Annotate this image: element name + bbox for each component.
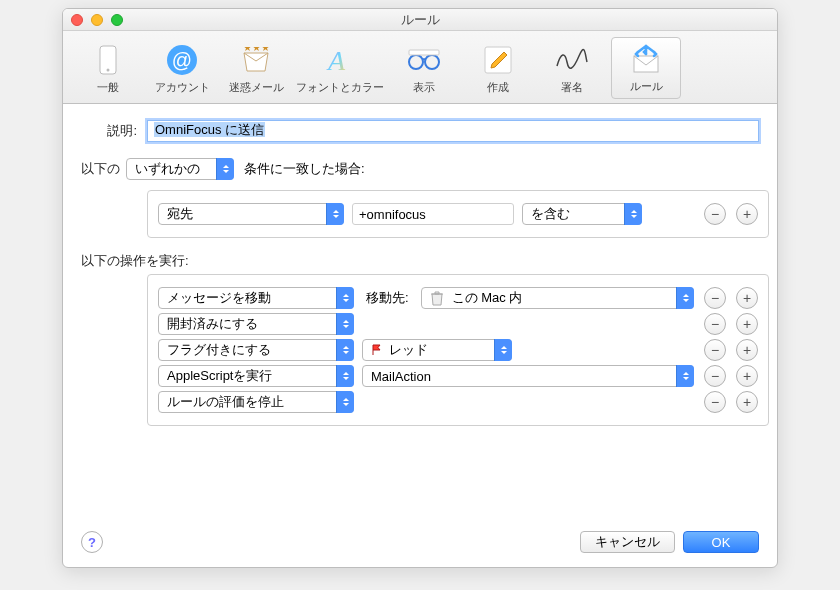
chevron-updown-icon xyxy=(326,203,344,225)
add-action-button[interactable]: + xyxy=(736,313,758,335)
chevron-updown-icon xyxy=(336,391,354,413)
action-type-value: メッセージを移動 xyxy=(167,289,271,307)
toolbar-item-accounts[interactable]: @ アカウント xyxy=(147,39,217,99)
toolbar-label: 表示 xyxy=(389,80,459,95)
toolbar-item-composing[interactable]: 作成 xyxy=(463,39,533,99)
cancel-button[interactable]: キャンセル xyxy=(580,531,675,553)
svg-point-7 xyxy=(425,55,439,69)
description-row: 説明: OmniFocus に送信 xyxy=(81,120,759,142)
conditions-suffix: 条件に一致した場合: xyxy=(244,160,365,178)
toolbar-label: 一般 xyxy=(73,80,143,95)
toolbar-label: ルール xyxy=(612,79,680,94)
minimize-icon[interactable] xyxy=(91,14,103,26)
action-script-popup[interactable]: MailAction xyxy=(362,365,694,387)
svg-text:★★★: ★★★ xyxy=(243,47,270,53)
rules-icon xyxy=(629,42,663,76)
svg-text:@: @ xyxy=(172,49,192,71)
close-icon[interactable] xyxy=(71,14,83,26)
at-icon: @ xyxy=(165,43,199,77)
condition-op-popup[interactable]: を含む xyxy=(522,203,642,225)
rules-window: ルール 一般 @ アカウント ★★★ 迷惑メール A フォントとカラー xyxy=(62,8,778,568)
svg-rect-8 xyxy=(409,50,439,55)
toolbar-label: アカウント xyxy=(147,80,217,95)
toolbar-label: フォントとカラー xyxy=(295,80,385,95)
toolbar-label: 迷惑メール xyxy=(221,80,291,95)
remove-action-button[interactable]: − xyxy=(704,339,726,361)
condition-op-value: を含む xyxy=(531,205,570,223)
help-button[interactable]: ? xyxy=(81,531,103,553)
actions-label: 以下の操作を実行: xyxy=(81,252,759,270)
action-dest-popup[interactable]: この Mac 内 xyxy=(421,287,694,309)
toolbar: 一般 @ アカウント ★★★ 迷惑メール A フォントとカラー 表示 xyxy=(63,31,777,104)
action-type-value: AppleScriptを実行 xyxy=(167,367,272,385)
action-row: フラグ付きにする レッド − + xyxy=(158,339,758,361)
chevron-updown-icon xyxy=(336,365,354,387)
svg-text:A: A xyxy=(326,45,346,76)
description-input[interactable]: OmniFocus に送信 xyxy=(147,120,759,142)
footer: ? キャンセル OK xyxy=(63,531,777,567)
ok-button[interactable]: OK xyxy=(683,531,759,553)
any-all-popup[interactable]: いずれかの xyxy=(126,158,234,180)
svg-point-6 xyxy=(409,55,423,69)
flag-icon xyxy=(371,344,383,356)
actions-box: メッセージを移動 移動先: この Mac 内 − + 開封済みにする xyxy=(147,274,769,426)
remove-action-button[interactable]: − xyxy=(704,391,726,413)
condition-header-popup[interactable]: 宛先 xyxy=(158,203,344,225)
trash-icon xyxy=(430,290,444,306)
add-action-button[interactable]: + xyxy=(736,287,758,309)
remove-action-button[interactable]: − xyxy=(704,313,726,335)
action-type-popup[interactable]: メッセージを移動 xyxy=(158,287,354,309)
action-dest-label: 移動先: xyxy=(366,289,409,307)
remove-condition-button[interactable]: − xyxy=(704,203,726,225)
action-row: ルールの評価を停止 − + xyxy=(158,391,758,413)
description-label: 説明: xyxy=(81,122,137,140)
condition-value-input[interactable] xyxy=(352,203,514,225)
signature-icon xyxy=(555,43,589,77)
action-type-popup[interactable]: フラグ付きにする xyxy=(158,339,354,361)
conditions-box: 宛先 を含む − + xyxy=(147,190,769,238)
description-value: OmniFocus に送信 xyxy=(154,122,265,137)
any-all-value: いずれかの xyxy=(135,160,200,178)
condition-header-value: 宛先 xyxy=(167,205,193,223)
add-action-button[interactable]: + xyxy=(736,391,758,413)
toolbar-item-fonts[interactable]: A フォントとカラー xyxy=(295,39,385,99)
remove-action-button[interactable]: − xyxy=(704,365,726,387)
content-area: 説明: OmniFocus に送信 以下の いずれかの 条件に一致した場合: 宛… xyxy=(63,104,777,531)
action-type-value: 開封済みにする xyxy=(167,315,258,333)
composing-icon xyxy=(481,43,515,77)
toolbar-item-general[interactable]: 一般 xyxy=(73,39,143,99)
action-script-value: MailAction xyxy=(371,369,431,384)
chevron-updown-icon xyxy=(336,313,354,335)
action-flag-popup[interactable]: レッド xyxy=(362,339,512,361)
zoom-icon[interactable] xyxy=(111,14,123,26)
fonts-icon: A xyxy=(323,43,357,77)
toolbar-item-junk[interactable]: ★★★ 迷惑メール xyxy=(221,39,291,99)
condition-row: 宛先 を含む − + xyxy=(158,203,758,225)
general-icon xyxy=(91,43,125,77)
add-action-button[interactable]: + xyxy=(736,339,758,361)
add-condition-button[interactable]: + xyxy=(736,203,758,225)
conditions-prefix: 以下の xyxy=(81,160,120,178)
toolbar-label: 署名 xyxy=(537,80,607,95)
toolbar-item-rules[interactable]: ルール xyxy=(611,37,681,99)
add-action-button[interactable]: + xyxy=(736,365,758,387)
chevron-updown-icon xyxy=(676,287,694,309)
traffic-lights xyxy=(71,14,123,26)
action-row: メッセージを移動 移動先: この Mac 内 − + xyxy=(158,287,758,309)
conditions-header: 以下の いずれかの 条件に一致した場合: xyxy=(81,158,759,180)
action-type-popup[interactable]: 開封済みにする xyxy=(158,313,354,335)
toolbar-item-signatures[interactable]: 署名 xyxy=(537,39,607,99)
window-title: ルール xyxy=(401,12,440,27)
action-row: AppleScriptを実行 MailAction − + xyxy=(158,365,758,387)
remove-action-button[interactable]: − xyxy=(704,287,726,309)
toolbar-item-viewing[interactable]: 表示 xyxy=(389,39,459,99)
chevron-updown-icon xyxy=(494,339,512,361)
junk-icon: ★★★ xyxy=(239,43,273,77)
chevron-updown-icon xyxy=(676,365,694,387)
chevron-updown-icon xyxy=(216,158,234,180)
chevron-updown-icon xyxy=(624,203,642,225)
action-type-popup[interactable]: ルールの評価を停止 xyxy=(158,391,354,413)
titlebar[interactable]: ルール xyxy=(63,9,777,31)
action-type-popup[interactable]: AppleScriptを実行 xyxy=(158,365,354,387)
chevron-updown-icon xyxy=(336,287,354,309)
